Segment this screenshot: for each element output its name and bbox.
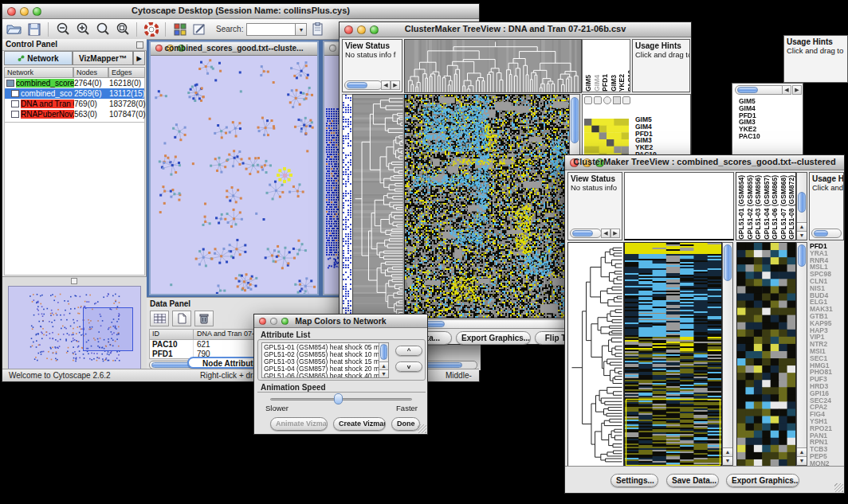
scroll-up-icon[interactable]: ▲ — [379, 361, 388, 369]
network-canvas[interactable] — [151, 56, 317, 294]
network-table-row[interactable]: RNAPuberNov2+563(0)107847(0) — [5, 109, 144, 119]
animate-vizmap-button[interactable]: Animate Vizmap — [270, 417, 328, 431]
close-icon[interactable] — [329, 45, 336, 52]
view-status-hscrollbar[interactable] — [570, 229, 602, 238]
network-table-row[interactable]: combined_sco2569(6)13112(15) — [5, 88, 144, 99]
gene-label[interactable]: NTR2 — [810, 341, 845, 348]
gene-label[interactable]: SEC1 — [810, 355, 845, 362]
birdseye-canvas[interactable] — [8, 286, 141, 370]
gene-dendrogram-canvas[interactable] — [567, 242, 624, 467]
gene-label[interactable]: BUD4 — [810, 292, 845, 299]
gene-label[interactable]: PAN1 — [810, 432, 845, 440]
column-label[interactable]: GPL51-02 (GSM855) — [746, 175, 755, 240]
network-table-row[interactable]: DNA and Tran 07769(0)183728(0) — [5, 99, 144, 109]
column-dendrogram-canvas[interactable] — [404, 39, 582, 93]
scroll-up-icon[interactable]: ▲ — [797, 447, 807, 456]
search-dropdown-button[interactable]: ▼ — [296, 23, 307, 36]
pan-mini-icon[interactable] — [603, 96, 611, 104]
gene-label[interactable]: CPA2 — [810, 404, 845, 411]
scroll-up-icon[interactable]: ▲ — [723, 447, 732, 456]
gene-label[interactable]: GIM5 — [635, 116, 673, 123]
help-lifering-icon[interactable] — [143, 21, 159, 37]
trash-icon[interactable] — [194, 311, 214, 326]
gene-label[interactable]: RPO21 — [810, 425, 845, 432]
gene-label[interactable]: MSI1 — [810, 348, 845, 355]
save-icon[interactable] — [26, 21, 42, 37]
zoom-heatmap-vscrollbar[interactable]: ▲ ▼ — [796, 242, 807, 466]
gene-label[interactable]: VIP1 — [810, 334, 845, 341]
gene-label[interactable]: MSL1 — [810, 264, 845, 271]
save-data-button[interactable]: Save Data... — [666, 474, 719, 487]
attribute-item[interactable]: GPL51-03 (GSM856) heat shock 15 min — [264, 358, 388, 365]
gene-label[interactable]: PFD1 — [635, 131, 673, 138]
heatmap-vscrollbar[interactable]: ▲ ▼ — [722, 242, 733, 466]
gene-label[interactable]: PHO81 — [810, 369, 845, 376]
table-header-id[interactable]: ID — [150, 330, 194, 339]
gene-label[interactable]: GTB1 — [810, 313, 845, 320]
column-label[interactable]: PAC10 — [626, 70, 631, 92]
scrollbar-thumb[interactable] — [572, 230, 593, 236]
attribute-item[interactable]: GPL51-02 (GSM855) heat shock 10 min — [264, 351, 388, 358]
gene-label[interactable]: GIM3 — [635, 137, 673, 144]
column-label[interactable]: GPL51-07 (GSM868) — [779, 175, 788, 240]
done-button[interactable]: Done — [391, 417, 420, 431]
tab-vizmapper[interactable]: VizMapper™ — [73, 51, 133, 65]
gene-label[interactable]: HMG1 — [810, 362, 845, 369]
network-table-row[interactable]: combined_scores2764(0)16218(0) — [5, 78, 144, 88]
zoom-selected-icon[interactable] — [114, 21, 131, 37]
treeview2-title-bar[interactable]: ClusterMaker TreeView : combined_scores_… — [565, 155, 844, 170]
gene-label[interactable]: HAP3 — [810, 327, 845, 334]
gene-list-hscrollbar[interactable] — [735, 85, 787, 95]
gene-label[interactable]: YKE2 — [635, 144, 673, 151]
tab-overflow-arrow[interactable]: ▶ — [133, 51, 145, 65]
zoom-out-mini-icon[interactable] — [594, 96, 602, 104]
resize-grip[interactable] — [418, 424, 426, 433]
gene-label[interactable]: RPN1 — [810, 439, 845, 446]
gene-label[interactable]: YKE2 — [739, 126, 801, 133]
scrollbar-thumb[interactable] — [798, 244, 806, 267]
heatmap-canvas[interactable] — [624, 242, 722, 467]
new-document-icon[interactable] — [172, 311, 191, 326]
gene-label[interactable]: PFD1 — [810, 243, 845, 250]
move-up-button[interactable]: ^ — [395, 346, 422, 356]
gene-label[interactable]: SEC24 — [810, 397, 845, 404]
gene-label[interactable]: SPC98 — [810, 271, 845, 278]
column-label[interactable]: YKE2 — [618, 74, 626, 92]
scrollbar-thumb[interactable] — [814, 230, 828, 236]
create-vizmap-button[interactable]: Create Vizmap — [333, 417, 386, 431]
scroll-right-icon[interactable]: ▶ — [792, 85, 802, 95]
scroll-left-icon[interactable]: ◀ — [601, 229, 610, 238]
column-label[interactable]: GIM5 — [584, 75, 593, 92]
dialog-title-bar[interactable]: Map Colors to Network — [254, 315, 427, 328]
scrollbar-thumb[interactable] — [571, 97, 579, 143]
gene-label[interactable]: PAC10 — [739, 133, 801, 140]
zoom-in-mini-icon[interactable] — [584, 96, 592, 104]
column-label[interactable]: GPL51-06 (GSM865) — [771, 175, 779, 240]
resize-grip[interactable] — [834, 483, 843, 492]
column-label[interactable]: GIM4 — [593, 75, 602, 92]
scrollbar-thumb[interactable] — [737, 87, 758, 93]
column-header-edges[interactable]: Edges — [108, 67, 145, 78]
export-graphics-button[interactable]: Export Graphics... — [456, 331, 531, 345]
column-header-nodes[interactable]: Nodes — [73, 67, 108, 78]
gene-label[interactable]: RNR4 — [810, 257, 845, 264]
zoom-in-icon[interactable] — [74, 21, 91, 37]
scroll-right-icon[interactable]: ▶ — [610, 229, 620, 238]
scroll-down-icon[interactable]: ▼ — [379, 369, 388, 377]
gene-label[interactable]: KAP95 — [810, 320, 845, 327]
tree-mini-icon[interactable] — [622, 96, 630, 104]
gene-label[interactable]: GIM5 — [739, 98, 801, 105]
gene-label[interactable]: CLN1 — [810, 278, 845, 285]
column-header-network[interactable]: Network — [4, 67, 73, 78]
gene-label[interactable]: PFD1 — [739, 112, 801, 119]
scrollbar-thumb[interactable] — [380, 344, 387, 360]
zoom-heatmap-canvas[interactable] — [736, 242, 796, 467]
gene-label[interactable]: ELG1 — [810, 299, 845, 306]
attribute-item[interactable]: GPL51-04 (GSM857) heat shock 20 min — [264, 365, 388, 373]
clipboard-icon[interactable] — [310, 21, 327, 37]
scrollbar-thumb[interactable] — [724, 244, 732, 281]
attribute-item[interactable]: GPL51-06 (GSM865) heat shock 40 min — [264, 373, 388, 378]
move-down-button[interactable]: v — [395, 361, 422, 372]
gene-label[interactable]: TCB3 — [810, 446, 845, 453]
annotation-icon[interactable] — [191, 21, 208, 37]
